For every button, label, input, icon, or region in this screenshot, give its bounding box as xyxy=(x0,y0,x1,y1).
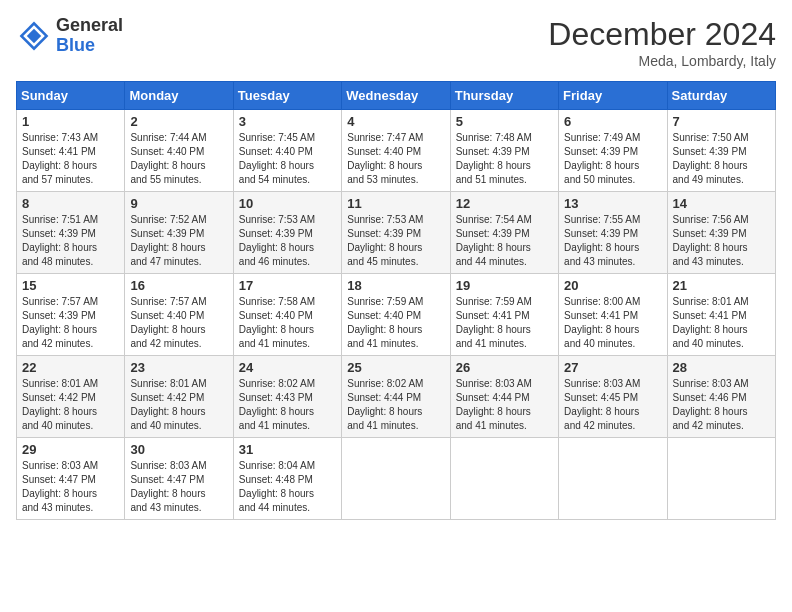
cell-details: Sunrise: 7:58 AMSunset: 4:40 PMDaylight:… xyxy=(239,295,336,351)
cell-details: Sunrise: 8:00 AMSunset: 4:41 PMDaylight:… xyxy=(564,295,661,351)
calendar-cell: 10Sunrise: 7:53 AMSunset: 4:39 PMDayligh… xyxy=(233,192,341,274)
day-number: 8 xyxy=(22,196,119,211)
day-number: 21 xyxy=(673,278,770,293)
cell-details: Sunrise: 8:03 AMSunset: 4:47 PMDaylight:… xyxy=(130,459,227,515)
calendar-cell: 30Sunrise: 8:03 AMSunset: 4:47 PMDayligh… xyxy=(125,438,233,520)
day-number: 12 xyxy=(456,196,553,211)
col-header-monday: Monday xyxy=(125,82,233,110)
day-number: 13 xyxy=(564,196,661,211)
calendar-cell: 16Sunrise: 7:57 AMSunset: 4:40 PMDayligh… xyxy=(125,274,233,356)
day-number: 14 xyxy=(673,196,770,211)
calendar-cell: 24Sunrise: 8:02 AMSunset: 4:43 PMDayligh… xyxy=(233,356,341,438)
calendar-cell: 9Sunrise: 7:52 AMSunset: 4:39 PMDaylight… xyxy=(125,192,233,274)
calendar-cell: 20Sunrise: 8:00 AMSunset: 4:41 PMDayligh… xyxy=(559,274,667,356)
calendar-cell: 1Sunrise: 7:43 AMSunset: 4:41 PMDaylight… xyxy=(17,110,125,192)
day-number: 11 xyxy=(347,196,444,211)
calendar-cell: 25Sunrise: 8:02 AMSunset: 4:44 PMDayligh… xyxy=(342,356,450,438)
calendar-cell: 5Sunrise: 7:48 AMSunset: 4:39 PMDaylight… xyxy=(450,110,558,192)
logo-icon xyxy=(16,18,52,54)
logo: General Blue xyxy=(16,16,123,56)
day-number: 3 xyxy=(239,114,336,129)
calendar-week-4: 22Sunrise: 8:01 AMSunset: 4:42 PMDayligh… xyxy=(17,356,776,438)
calendar-cell: 22Sunrise: 8:01 AMSunset: 4:42 PMDayligh… xyxy=(17,356,125,438)
cell-details: Sunrise: 8:01 AMSunset: 4:42 PMDaylight:… xyxy=(22,377,119,433)
calendar-cell xyxy=(342,438,450,520)
day-number: 15 xyxy=(22,278,119,293)
cell-details: Sunrise: 7:53 AMSunset: 4:39 PMDaylight:… xyxy=(239,213,336,269)
calendar-cell: 19Sunrise: 7:59 AMSunset: 4:41 PMDayligh… xyxy=(450,274,558,356)
calendar-cell: 12Sunrise: 7:54 AMSunset: 4:39 PMDayligh… xyxy=(450,192,558,274)
cell-details: Sunrise: 7:53 AMSunset: 4:39 PMDaylight:… xyxy=(347,213,444,269)
logo-blue: Blue xyxy=(56,36,123,56)
col-header-wednesday: Wednesday xyxy=(342,82,450,110)
cell-details: Sunrise: 7:51 AMSunset: 4:39 PMDaylight:… xyxy=(22,213,119,269)
day-number: 6 xyxy=(564,114,661,129)
day-number: 17 xyxy=(239,278,336,293)
calendar-cell: 26Sunrise: 8:03 AMSunset: 4:44 PMDayligh… xyxy=(450,356,558,438)
calendar-week-2: 8Sunrise: 7:51 AMSunset: 4:39 PMDaylight… xyxy=(17,192,776,274)
calendar-cell xyxy=(667,438,775,520)
day-number: 7 xyxy=(673,114,770,129)
cell-details: Sunrise: 7:55 AMSunset: 4:39 PMDaylight:… xyxy=(564,213,661,269)
calendar-cell: 4Sunrise: 7:47 AMSunset: 4:40 PMDaylight… xyxy=(342,110,450,192)
title-block: December 2024 Meda, Lombardy, Italy xyxy=(548,16,776,69)
day-number: 30 xyxy=(130,442,227,457)
cell-details: Sunrise: 7:52 AMSunset: 4:39 PMDaylight:… xyxy=(130,213,227,269)
day-number: 20 xyxy=(564,278,661,293)
calendar-cell: 3Sunrise: 7:45 AMSunset: 4:40 PMDaylight… xyxy=(233,110,341,192)
cell-details: Sunrise: 8:03 AMSunset: 4:47 PMDaylight:… xyxy=(22,459,119,515)
calendar-cell xyxy=(559,438,667,520)
logo-text: General Blue xyxy=(56,16,123,56)
calendar-cell: 14Sunrise: 7:56 AMSunset: 4:39 PMDayligh… xyxy=(667,192,775,274)
calendar-cell: 31Sunrise: 8:04 AMSunset: 4:48 PMDayligh… xyxy=(233,438,341,520)
calendar-week-3: 15Sunrise: 7:57 AMSunset: 4:39 PMDayligh… xyxy=(17,274,776,356)
calendar-cell: 27Sunrise: 8:03 AMSunset: 4:45 PMDayligh… xyxy=(559,356,667,438)
day-number: 26 xyxy=(456,360,553,375)
calendar-cell: 29Sunrise: 8:03 AMSunset: 4:47 PMDayligh… xyxy=(17,438,125,520)
cell-details: Sunrise: 7:54 AMSunset: 4:39 PMDaylight:… xyxy=(456,213,553,269)
cell-details: Sunrise: 8:03 AMSunset: 4:46 PMDaylight:… xyxy=(673,377,770,433)
calendar-cell xyxy=(450,438,558,520)
day-number: 9 xyxy=(130,196,227,211)
location: Meda, Lombardy, Italy xyxy=(548,53,776,69)
page-header: General Blue December 2024 Meda, Lombard… xyxy=(16,16,776,69)
col-header-sunday: Sunday xyxy=(17,82,125,110)
calendar-table: SundayMondayTuesdayWednesdayThursdayFrid… xyxy=(16,81,776,520)
cell-details: Sunrise: 7:57 AMSunset: 4:40 PMDaylight:… xyxy=(130,295,227,351)
cell-details: Sunrise: 7:48 AMSunset: 4:39 PMDaylight:… xyxy=(456,131,553,187)
logo-general: General xyxy=(56,16,123,36)
calendar-cell: 15Sunrise: 7:57 AMSunset: 4:39 PMDayligh… xyxy=(17,274,125,356)
col-header-friday: Friday xyxy=(559,82,667,110)
cell-details: Sunrise: 7:50 AMSunset: 4:39 PMDaylight:… xyxy=(673,131,770,187)
day-number: 29 xyxy=(22,442,119,457)
cell-details: Sunrise: 7:44 AMSunset: 4:40 PMDaylight:… xyxy=(130,131,227,187)
day-number: 1 xyxy=(22,114,119,129)
day-number: 22 xyxy=(22,360,119,375)
cell-details: Sunrise: 7:45 AMSunset: 4:40 PMDaylight:… xyxy=(239,131,336,187)
day-number: 24 xyxy=(239,360,336,375)
day-number: 27 xyxy=(564,360,661,375)
col-header-thursday: Thursday xyxy=(450,82,558,110)
calendar-cell: 18Sunrise: 7:59 AMSunset: 4:40 PMDayligh… xyxy=(342,274,450,356)
cell-details: Sunrise: 7:59 AMSunset: 4:40 PMDaylight:… xyxy=(347,295,444,351)
cell-details: Sunrise: 8:02 AMSunset: 4:44 PMDaylight:… xyxy=(347,377,444,433)
calendar-cell: 2Sunrise: 7:44 AMSunset: 4:40 PMDaylight… xyxy=(125,110,233,192)
calendar-cell: 7Sunrise: 7:50 AMSunset: 4:39 PMDaylight… xyxy=(667,110,775,192)
cell-details: Sunrise: 7:43 AMSunset: 4:41 PMDaylight:… xyxy=(22,131,119,187)
day-number: 2 xyxy=(130,114,227,129)
cell-details: Sunrise: 7:47 AMSunset: 4:40 PMDaylight:… xyxy=(347,131,444,187)
col-header-tuesday: Tuesday xyxy=(233,82,341,110)
day-number: 4 xyxy=(347,114,444,129)
calendar-header-row: SundayMondayTuesdayWednesdayThursdayFrid… xyxy=(17,82,776,110)
calendar-cell: 6Sunrise: 7:49 AMSunset: 4:39 PMDaylight… xyxy=(559,110,667,192)
calendar-week-5: 29Sunrise: 8:03 AMSunset: 4:47 PMDayligh… xyxy=(17,438,776,520)
day-number: 19 xyxy=(456,278,553,293)
day-number: 10 xyxy=(239,196,336,211)
day-number: 16 xyxy=(130,278,227,293)
calendar-cell: 23Sunrise: 8:01 AMSunset: 4:42 PMDayligh… xyxy=(125,356,233,438)
day-number: 18 xyxy=(347,278,444,293)
cell-details: Sunrise: 7:57 AMSunset: 4:39 PMDaylight:… xyxy=(22,295,119,351)
calendar-cell: 21Sunrise: 8:01 AMSunset: 4:41 PMDayligh… xyxy=(667,274,775,356)
cell-details: Sunrise: 8:04 AMSunset: 4:48 PMDaylight:… xyxy=(239,459,336,515)
calendar-week-1: 1Sunrise: 7:43 AMSunset: 4:41 PMDaylight… xyxy=(17,110,776,192)
